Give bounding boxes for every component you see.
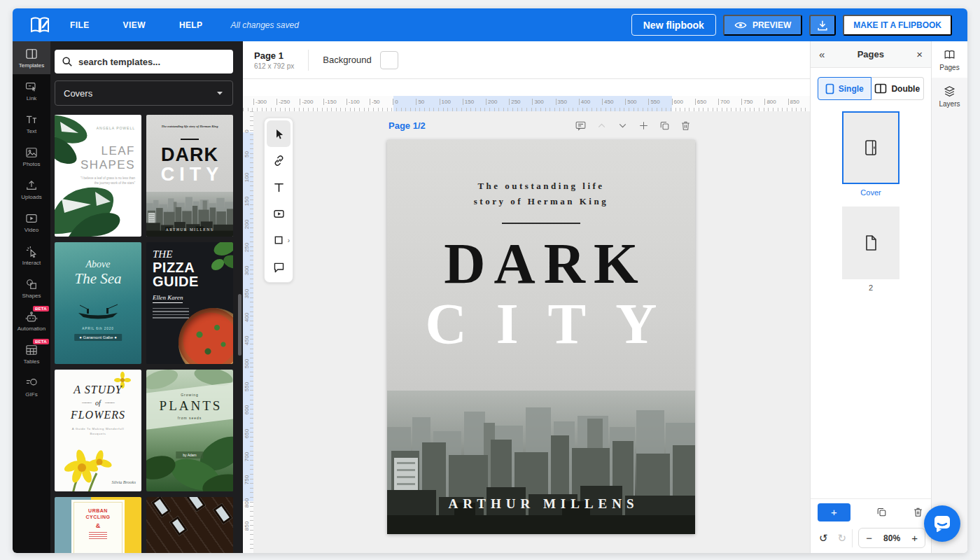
- sidebar-item-label: Shapes: [22, 293, 41, 299]
- text-icon: [24, 113, 38, 127]
- leaf-art: [55, 115, 141, 237]
- delete-page-icon[interactable]: [680, 120, 692, 132]
- redo-button[interactable]: ↻: [838, 533, 847, 543]
- menu-view[interactable]: VIEW: [123, 20, 146, 30]
- make-it-a-flipbook-button[interactable]: MAKE IT A FLIPBOOK: [843, 15, 952, 36]
- cover-divider[interactable]: [502, 223, 580, 224]
- card-title: THE: [153, 248, 172, 260]
- page-thumbnail-2[interactable]: [842, 206, 899, 279]
- ruler-label: 250: [244, 239, 250, 257]
- collapse-panel-button[interactable]: «: [819, 48, 825, 60]
- cover-author[interactable]: ARTHUR MILLENS: [387, 496, 695, 512]
- text-tool[interactable]: [267, 174, 290, 200]
- tab-pages[interactable]: Pages: [932, 41, 967, 78]
- content-area: TemplatesLinkTextPhotosUploadsVideoInter…: [13, 41, 967, 553]
- sidebar-item-tables[interactable]: TablesBETA: [13, 337, 50, 370]
- ruler-label: 600: [244, 401, 250, 419]
- duplicate-page-icon[interactable]: [659, 120, 671, 132]
- template-card-leaf-shapes[interactable]: ANGELA POWELL LEAF SHAPES "I believe a l…: [55, 115, 141, 237]
- select-tool[interactable]: [267, 120, 290, 147]
- shape-tool[interactable]: ›: [267, 227, 290, 253]
- link-tool[interactable]: [267, 147, 290, 174]
- ruler-label: 0: [393, 99, 398, 105]
- daffodil-art: [55, 438, 112, 491]
- cover-tagline[interactable]: The outstanding life story of Herman Kin…: [387, 178, 695, 209]
- template-card-urban-cycling[interactable]: URBAN CYCLING &: [55, 497, 141, 553]
- add-page-icon[interactable]: [638, 120, 650, 132]
- card-title: of: [55, 399, 141, 407]
- single-view-button[interactable]: Single: [818, 77, 872, 100]
- page-comment-icon[interactable]: [575, 120, 587, 132]
- card-author: by Adam: [176, 451, 203, 458]
- new-flipbook-button[interactable]: New flipbook: [631, 14, 716, 36]
- menu-file[interactable]: FILE: [70, 20, 90, 30]
- add-page-button[interactable]: +: [818, 503, 850, 522]
- template-card-plants[interactable]: Growing PLANTS from seeds by Adam: [146, 370, 233, 491]
- preview-button[interactable]: PREVIEW: [723, 15, 802, 36]
- ruler-label: 150: [463, 99, 474, 105]
- sidebar-item-label: Automation: [18, 326, 46, 332]
- chat-widget-button[interactable]: [924, 505, 960, 542]
- flipsnack-logo-icon[interactable]: [29, 16, 50, 34]
- cover-title-dark[interactable]: DARK: [387, 235, 695, 293]
- canvas-workspace[interactable]: 0501001502002503003504004505005506006507…: [243, 111, 810, 553]
- search-icon: [62, 56, 73, 67]
- sidebar-item-interact[interactable]: Interact: [13, 239, 50, 272]
- template-card-dark-city[interactable]: The outstanding life story of Herman Kin…: [146, 115, 233, 237]
- ruler-label: 750: [244, 471, 250, 489]
- tab-pages-label: Pages: [939, 64, 959, 71]
- sidebar-item-label: Video: [24, 227, 38, 233]
- divider: [308, 50, 309, 71]
- duplicate-page-icon[interactable]: [876, 506, 888, 518]
- sidebar-item-shapes[interactable]: Shapes: [13, 272, 50, 304]
- sidebar-item-automation[interactable]: AutomationBETA: [13, 304, 50, 337]
- card-title: FLOWERS: [55, 409, 141, 421]
- undo-button[interactable]: ↺: [819, 533, 828, 543]
- sidebar-item-templates[interactable]: Templates: [13, 41, 50, 74]
- template-card-above-the-sea[interactable]: Above The Sea APRIL 6th 2020 ● Garamont …: [55, 242, 141, 364]
- download-button[interactable]: [809, 15, 836, 36]
- sidebar-item-photos[interactable]: Photos: [13, 140, 50, 173]
- category-dropdown[interactable]: Covers: [55, 80, 233, 106]
- zoom-in-button[interactable]: +: [911, 533, 918, 543]
- ruler-label: 100: [440, 99, 451, 105]
- shape-tool-expander[interactable]: ›: [288, 237, 290, 244]
- sidebar-item-text[interactable]: Text: [13, 107, 50, 140]
- text-icon: [272, 181, 286, 194]
- sidebar-item-gifs[interactable]: GIFs: [13, 370, 50, 403]
- template-card-pizza-guide[interactable]: THE PIZZA GUIDE Ellen Karen: [146, 242, 233, 364]
- move-page-up-icon[interactable]: [596, 120, 608, 132]
- sidebar-item-uploads[interactable]: Uploads: [13, 173, 50, 206]
- menu-help[interactable]: HELP: [179, 20, 203, 30]
- sidebar-item-label: Photos: [23, 161, 41, 167]
- boat-art: [73, 304, 123, 321]
- city-photo[interactable]: [387, 391, 695, 534]
- close-panel-button[interactable]: ×: [916, 48, 923, 60]
- tool-palette: ›: [264, 118, 293, 283]
- single-page-icon: [825, 83, 834, 94]
- link-icon: [24, 80, 38, 94]
- card-paragraph-lines: [153, 308, 189, 321]
- template-search-box[interactable]: [55, 50, 233, 74]
- comment-tool[interactable]: [267, 253, 290, 280]
- page-canvas[interactable]: The outstanding life story of Herman Kin…: [387, 140, 695, 534]
- cover-title-city[interactable]: CITY: [387, 295, 695, 353]
- video-tool[interactable]: [267, 200, 290, 227]
- ruler-label: 400: [244, 308, 250, 326]
- sidebar-item-link[interactable]: Link: [13, 74, 50, 107]
- template-card-study-of-flowers[interactable]: A STUDY of FLOWERS A Guide To Making Won…: [55, 370, 141, 491]
- ruler-label: -150: [323, 99, 337, 105]
- template-card-living[interactable]: LIVING: [146, 497, 233, 553]
- tab-layers[interactable]: Layers: [932, 78, 967, 114]
- zoom-out-button[interactable]: −: [866, 533, 872, 543]
- double-view-button[interactable]: Double: [872, 77, 925, 100]
- search-input[interactable]: [78, 57, 226, 67]
- move-page-down-icon[interactable]: [617, 120, 629, 132]
- delete-page-icon[interactable]: [912, 506, 924, 518]
- templates-panel: Covers ANGELA POWELL: [50, 41, 243, 553]
- page-thumbnail-cover[interactable]: [842, 111, 899, 184]
- ruler-label: -50: [370, 99, 380, 105]
- panel-scrollbar[interactable]: [238, 294, 241, 356]
- background-color-swatch[interactable]: [380, 51, 398, 69]
- sidebar-item-video[interactable]: Video: [13, 206, 50, 239]
